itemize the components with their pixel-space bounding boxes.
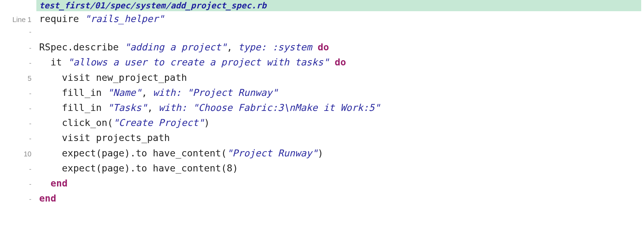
code-cell: require "rails_helper" <box>36 11 644 26</box>
code-cell: it "allows a user to create a project wi… <box>36 55 644 70</box>
code-cell: end <box>36 176 644 191</box>
file-path: test_first/01/spec/system/add_project_sp… <box>36 0 641 11</box>
code-token: click_on( <box>39 117 113 128</box>
code-line: Line 1require "rails_helper" <box>0 11 644 26</box>
code-token: "Choose Fabric:3\nMake it Work:5" <box>193 102 380 113</box>
code-line: - end <box>0 176 644 191</box>
code-token: with: <box>158 102 193 113</box>
gutter-cell: - <box>0 26 36 37</box>
code-line: - fill_in "Tasks", with: "Choose Fabric:… <box>0 100 644 115</box>
code-token: do <box>335 57 346 68</box>
gutter-cell: - <box>0 118 36 129</box>
gutter-cell: - <box>0 42 36 54</box>
code-token <box>39 178 51 189</box>
code-token: end <box>39 193 56 204</box>
code-token <box>312 42 317 52</box>
code-token: end <box>51 178 68 189</box>
code-cell: expect(page).to have_content("Project Ru… <box>36 146 644 161</box>
file-header: test_first/01/spec/system/add_project_sp… <box>0 0 644 11</box>
code-token: ) <box>318 148 323 158</box>
code-token <box>329 57 335 68</box>
code-listing: test_first/01/spec/system/add_project_sp… <box>0 0 644 206</box>
gutter-cell: - <box>0 133 36 144</box>
code-token: "Create Project" <box>113 117 204 128</box>
code-token: expect(page).to have_content( <box>39 148 227 158</box>
code-token: "allows a user to create a project with … <box>67 57 329 68</box>
code-token: "Tasks" <box>107 102 147 113</box>
gutter-cell: - <box>0 103 36 114</box>
code-line: - <box>0 26 644 40</box>
code-cell: visit projects_path <box>36 130 644 145</box>
code-token: do <box>318 42 329 52</box>
code-line: -RSpec.describe "adding a project", type… <box>0 40 644 55</box>
code-token: expect(page).to have_content(8) <box>39 163 238 174</box>
code-token: it <box>39 57 67 68</box>
code-token: fill_in <box>39 102 107 113</box>
code-token: "Project Runway" <box>187 87 278 98</box>
code-body: Line 1require "rails_helper"--RSpec.desc… <box>0 11 644 206</box>
code-token: "Project Runway" <box>227 148 317 158</box>
code-cell: RSpec.describe "adding a project", type:… <box>36 40 644 55</box>
code-line: - click_on("Create Project") <box>0 115 644 130</box>
code-line: 5 visit new_project_path <box>0 70 644 85</box>
code-cell: expect(page).to have_content(8) <box>36 161 644 176</box>
code-token: ) <box>204 117 209 128</box>
code-token: visit new_project_path <box>39 72 187 83</box>
code-token: "adding a project" <box>124 42 227 52</box>
code-token: visit projects_path <box>39 132 170 143</box>
gutter-cell: 10 <box>0 148 36 160</box>
code-line: -end <box>0 191 644 206</box>
gutter-cell: - <box>0 57 36 69</box>
gutter-cell: - <box>0 193 36 205</box>
code-line: 10 expect(page).to have_content("Project… <box>0 146 644 161</box>
code-line: - expect(page).to have_content(8) <box>0 161 644 176</box>
code-token: , <box>147 102 159 113</box>
code-token: type: <box>238 42 272 52</box>
code-cell: fill_in "Name", with: "Project Runway" <box>36 85 644 100</box>
code-cell: visit new_project_path <box>36 70 644 85</box>
code-token: with: <box>153 87 187 98</box>
code-line: - fill_in "Name", with: "Project Runway" <box>0 85 644 100</box>
code-token: , <box>142 87 153 98</box>
code-token: fill_in <box>39 87 107 98</box>
code-token: , <box>227 42 238 52</box>
code-token: RSpec.describe <box>39 42 124 52</box>
gutter-cell: Line 1 <box>0 14 36 25</box>
gutter-cell: 5 <box>0 73 36 84</box>
gutter-cell: - <box>0 178 36 190</box>
code-line: - visit projects_path <box>0 130 644 145</box>
code-cell: click_on("Create Project") <box>36 115 644 130</box>
code-line: - it "allows a user to create a project … <box>0 55 644 70</box>
code-token: "Name" <box>107 87 142 98</box>
gutter-cell: - <box>0 163 36 175</box>
code-token: require <box>39 13 85 24</box>
code-cell: end <box>36 191 644 206</box>
code-token: :system <box>272 42 312 52</box>
gutter-cell: - <box>0 88 36 99</box>
code-cell: fill_in "Tasks", with: "Choose Fabric:3\… <box>36 100 644 115</box>
code-token: "rails_helper" <box>85 13 164 24</box>
